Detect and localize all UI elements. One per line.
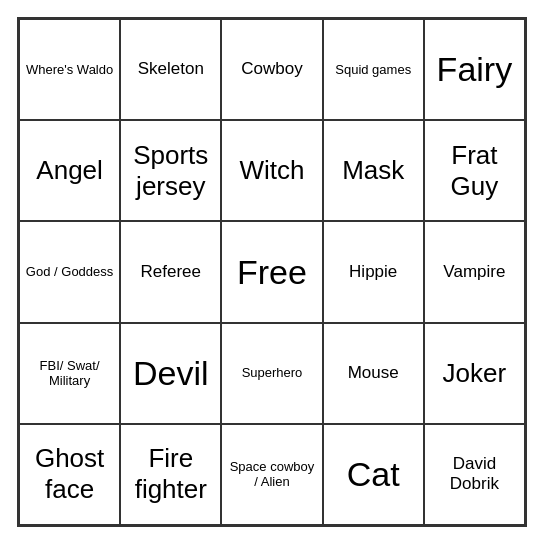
bingo-cell-r2c2: Free [221, 221, 322, 322]
bingo-cell-r1c1: Sports jersey [120, 120, 221, 221]
bingo-cell-r4c1: Fire fighter [120, 424, 221, 525]
bingo-cell-r2c4: Vampire [424, 221, 525, 322]
bingo-cell-r0c0: Where's Waldo [19, 19, 120, 120]
bingo-cell-r3c2: Superhero [221, 323, 322, 424]
bingo-cell-r3c0: FBI/ Swat/ Military [19, 323, 120, 424]
bingo-board: Where's WaldoSkeletonCowboySquid gamesFa… [17, 17, 527, 527]
bingo-cell-r3c1: Devil [120, 323, 221, 424]
bingo-cell-r1c3: Mask [323, 120, 424, 221]
bingo-cell-r3c3: Mouse [323, 323, 424, 424]
bingo-cell-r1c2: Witch [221, 120, 322, 221]
bingo-cell-r2c0: God / Goddess [19, 221, 120, 322]
bingo-cell-r2c3: Hippie [323, 221, 424, 322]
bingo-cell-r3c4: Joker [424, 323, 525, 424]
bingo-cell-r0c2: Cowboy [221, 19, 322, 120]
bingo-cell-r4c3: Cat [323, 424, 424, 525]
bingo-cell-r4c2: Space cowboy / Alien [221, 424, 322, 525]
bingo-cell-r0c4: Fairy [424, 19, 525, 120]
bingo-cell-r1c0: Angel [19, 120, 120, 221]
bingo-cell-r2c1: Referee [120, 221, 221, 322]
bingo-cell-r0c3: Squid games [323, 19, 424, 120]
bingo-cell-r4c0: Ghost face [19, 424, 120, 525]
bingo-cell-r0c1: Skeleton [120, 19, 221, 120]
bingo-cell-r4c4: David Dobrik [424, 424, 525, 525]
bingo-cell-r1c4: Frat Guy [424, 120, 525, 221]
